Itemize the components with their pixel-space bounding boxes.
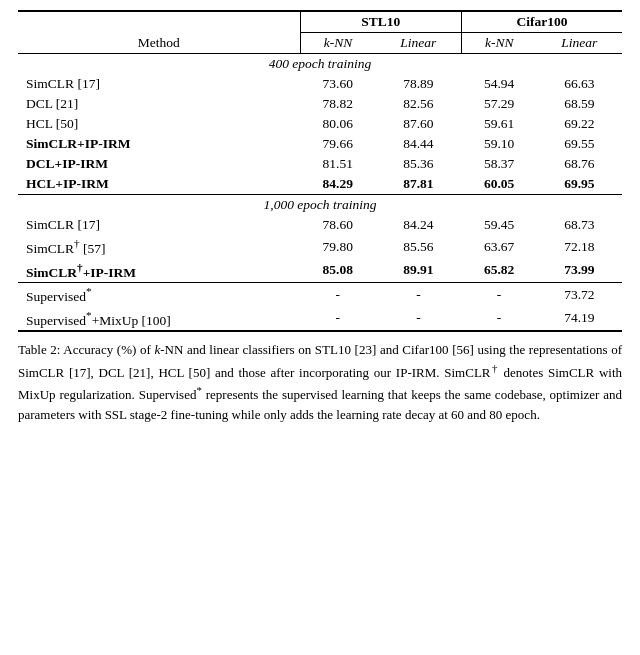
- stl10-lin-cell: 89.91: [375, 259, 461, 283]
- method-cell: HCL+IP-IRM: [18, 174, 300, 195]
- cifar-knn-cell: -: [461, 307, 536, 332]
- cifar-lin-cell: 74.19: [537, 307, 622, 332]
- stl10-knn-cell: 79.80: [300, 235, 375, 259]
- cifar-knn-cell: 63.67: [461, 235, 536, 259]
- cifar-knn-cell: 60.05: [461, 174, 536, 195]
- cifar-knn-cell: 59.61: [461, 114, 536, 134]
- stl10-knn-cell: 78.60: [300, 215, 375, 235]
- cifar100-linear-header: Linear: [537, 33, 622, 54]
- stl10-knn-cell: 80.06: [300, 114, 375, 134]
- table-row: SimCLR [17] 78.60 84.24 59.45 68.73: [18, 215, 622, 235]
- stl10-lin-cell: 82.56: [375, 94, 461, 114]
- method-header: Method: [18, 11, 300, 54]
- method-cell: DCL [21]: [18, 94, 300, 114]
- cifar100-knn-header: k-NN: [461, 33, 536, 54]
- method-cell: HCL [50]: [18, 114, 300, 134]
- cifar-lin-cell: 73.99: [537, 259, 622, 283]
- section-400-header: 400 epoch training: [18, 54, 622, 75]
- cifar-knn-cell: 59.45: [461, 215, 536, 235]
- cifar100-group-header: Cifar100: [461, 11, 622, 33]
- stl10-knn-cell: 84.29: [300, 174, 375, 195]
- table-row: SimCLR†+IP-IRM 85.08 89.91 65.82 73.99: [18, 259, 622, 283]
- stl10-linear-header: Linear: [375, 33, 461, 54]
- stl10-lin-cell: 84.44: [375, 134, 461, 154]
- method-cell: Supervised*+MixUp [100]: [18, 307, 300, 332]
- cifar-lin-cell: 73.72: [537, 283, 622, 307]
- stl10-knn-cell: 73.60: [300, 74, 375, 94]
- cifar-knn-cell: 54.94: [461, 74, 536, 94]
- cifar-knn-cell: 58.37: [461, 154, 536, 174]
- table-row: DCL [21] 78.82 82.56 57.29 68.59: [18, 94, 622, 114]
- results-table: Method STL10 Cifar100 k-NN Linear k-NN L…: [18, 10, 622, 332]
- stl10-lin-cell: 84.24: [375, 215, 461, 235]
- cifar-lin-cell: 69.22: [537, 114, 622, 134]
- table-row: Supervised*+MixUp [100] - - - 74.19: [18, 307, 622, 332]
- stl10-lin-cell: -: [375, 307, 461, 332]
- cifar-lin-cell: 68.76: [537, 154, 622, 174]
- cifar-lin-cell: 69.95: [537, 174, 622, 195]
- cifar-lin-cell: 68.59: [537, 94, 622, 114]
- stl10-knn-cell: 79.66: [300, 134, 375, 154]
- method-cell: DCL+IP-IRM: [18, 154, 300, 174]
- cifar-knn-cell: 57.29: [461, 94, 536, 114]
- table-row: SimCLR [17] 73.60 78.89 54.94 66.63: [18, 74, 622, 94]
- stl10-knn-header: k-NN: [300, 33, 375, 54]
- stl10-knn-cell: 85.08: [300, 259, 375, 283]
- cifar-lin-cell: 69.55: [537, 134, 622, 154]
- method-cell: SimCLR† [57]: [18, 235, 300, 259]
- section-1000-header: 1,000 epoch training: [18, 195, 622, 216]
- stl10-knn-cell: 81.51: [300, 154, 375, 174]
- table-row: DCL+IP-IRM 81.51 85.36 58.37 68.76: [18, 154, 622, 174]
- cifar-knn-cell: 59.10: [461, 134, 536, 154]
- stl10-group-header: STL10: [300, 11, 461, 33]
- cifar-lin-cell: 72.18: [537, 235, 622, 259]
- stl10-lin-cell: -: [375, 283, 461, 307]
- stl10-knn-cell: -: [300, 283, 375, 307]
- method-cell: SimCLR [17]: [18, 215, 300, 235]
- stl10-knn-cell: -: [300, 307, 375, 332]
- stl10-lin-cell: 87.81: [375, 174, 461, 195]
- table-row: HCL [50] 80.06 87.60 59.61 69.22: [18, 114, 622, 134]
- stl10-lin-cell: 78.89: [375, 74, 461, 94]
- table-row: HCL+IP-IRM 84.29 87.81 60.05 69.95: [18, 174, 622, 195]
- method-cell: Supervised*: [18, 283, 300, 307]
- table-row: SimCLR+IP-IRM 79.66 84.44 59.10 69.55: [18, 134, 622, 154]
- stl10-knn-cell: 78.82: [300, 94, 375, 114]
- stl10-lin-cell: 85.36: [375, 154, 461, 174]
- cifar-knn-cell: -: [461, 283, 536, 307]
- stl10-lin-cell: 85.56: [375, 235, 461, 259]
- table-container: Method STL10 Cifar100 k-NN Linear k-NN L…: [18, 10, 622, 425]
- table-row: SimCLR† [57] 79.80 85.56 63.67 72.18: [18, 235, 622, 259]
- table-caption: Table 2: Accuracy (%) of k-NN and linear…: [18, 340, 622, 425]
- table-row: Supervised* - - - 73.72: [18, 283, 622, 307]
- method-cell: SimCLR†+IP-IRM: [18, 259, 300, 283]
- stl10-lin-cell: 87.60: [375, 114, 461, 134]
- method-cell: SimCLR+IP-IRM: [18, 134, 300, 154]
- cifar-lin-cell: 66.63: [537, 74, 622, 94]
- method-cell: SimCLR [17]: [18, 74, 300, 94]
- cifar-knn-cell: 65.82: [461, 259, 536, 283]
- cifar-lin-cell: 68.73: [537, 215, 622, 235]
